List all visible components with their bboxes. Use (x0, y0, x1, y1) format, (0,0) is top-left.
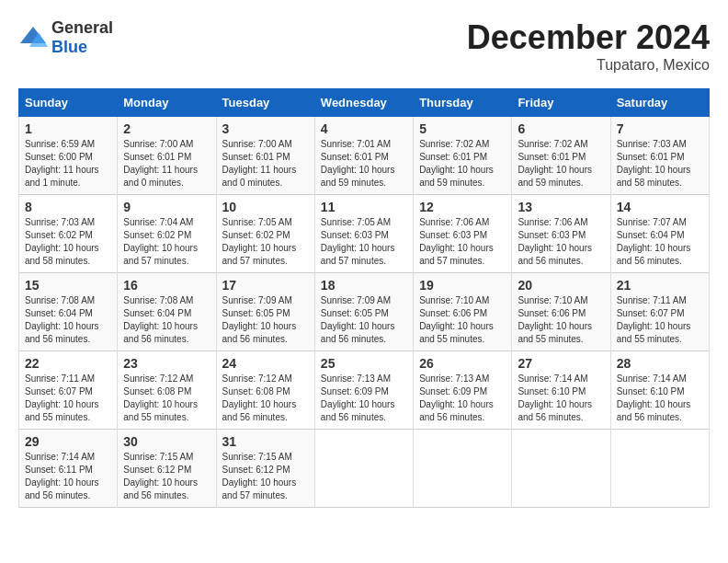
day-cell-11: 11Sunrise: 7:05 AM Sunset: 6:03 PM Dayli… (314, 195, 413, 273)
header-tuesday: Tuesday (216, 89, 314, 117)
month-title: December 2024 (467, 18, 710, 57)
logo-icon (18, 25, 48, 51)
title-area: December 2024 Tupataro, Mexico (467, 18, 710, 74)
day-cell-12: 12Sunrise: 7:06 AM Sunset: 6:03 PM Dayli… (414, 195, 512, 273)
week-row-5: 29Sunrise: 7:14 AM Sunset: 6:11 PM Dayli… (19, 430, 710, 508)
day-cell-19: 19Sunrise: 7:10 AM Sunset: 6:06 PM Dayli… (414, 273, 512, 351)
day-cell-17: 17Sunrise: 7:09 AM Sunset: 6:05 PM Dayli… (216, 273, 314, 351)
empty-cell (610, 430, 709, 508)
week-row-3: 15Sunrise: 7:08 AM Sunset: 6:04 PM Dayli… (19, 273, 710, 351)
page-header: General Blue December 2024 Tupataro, Mex… (18, 18, 710, 74)
calendar-table: SundayMondayTuesdayWednesdayThursdayFrid… (18, 88, 710, 508)
location-title: Tupataro, Mexico (467, 57, 710, 74)
day-cell-14: 14Sunrise: 7:07 AM Sunset: 6:04 PM Dayli… (610, 195, 709, 273)
header-sunday: Sunday (19, 89, 118, 117)
week-row-4: 22Sunrise: 7:11 AM Sunset: 6:07 PM Dayli… (19, 351, 710, 430)
day-cell-26: 26Sunrise: 7:13 AM Sunset: 6:09 PM Dayli… (414, 351, 512, 430)
day-cell-8: 8Sunrise: 7:03 AM Sunset: 6:02 PM Daylig… (19, 195, 118, 273)
header-row: SundayMondayTuesdayWednesdayThursdayFrid… (19, 89, 710, 117)
logo-blue: Blue (51, 38, 87, 56)
day-cell-15: 15Sunrise: 7:08 AM Sunset: 6:04 PM Dayli… (19, 273, 118, 351)
day-cell-10: 10Sunrise: 7:05 AM Sunset: 6:02 PM Dayli… (216, 195, 314, 273)
day-cell-30: 30Sunrise: 7:15 AM Sunset: 6:12 PM Dayli… (118, 430, 216, 508)
empty-cell (314, 430, 413, 508)
day-cell-31: 31Sunrise: 7:15 AM Sunset: 6:12 PM Dayli… (216, 430, 314, 508)
header-monday: Monday (118, 89, 216, 117)
logo: General Blue (18, 18, 113, 57)
day-cell-23: 23Sunrise: 7:12 AM Sunset: 6:08 PM Dayli… (118, 351, 216, 430)
day-cell-18: 18Sunrise: 7:09 AM Sunset: 6:05 PM Dayli… (314, 273, 413, 351)
day-cell-25: 25Sunrise: 7:13 AM Sunset: 6:09 PM Dayli… (314, 351, 413, 430)
day-cell-1: 1Sunrise: 6:59 AM Sunset: 6:00 PM Daylig… (19, 117, 118, 195)
empty-cell (414, 430, 512, 508)
week-row-1: 1Sunrise: 6:59 AM Sunset: 6:00 PM Daylig… (19, 117, 710, 195)
header-friday: Friday (512, 89, 610, 117)
header-thursday: Thursday (414, 89, 512, 117)
day-cell-7: 7Sunrise: 7:03 AM Sunset: 6:01 PM Daylig… (610, 117, 709, 195)
day-cell-21: 21Sunrise: 7:11 AM Sunset: 6:07 PM Dayli… (610, 273, 709, 351)
day-cell-9: 9Sunrise: 7:04 AM Sunset: 6:02 PM Daylig… (118, 195, 216, 273)
week-row-2: 8Sunrise: 7:03 AM Sunset: 6:02 PM Daylig… (19, 195, 710, 273)
day-cell-13: 13Sunrise: 7:06 AM Sunset: 6:03 PM Dayli… (512, 195, 610, 273)
day-cell-16: 16Sunrise: 7:08 AM Sunset: 6:04 PM Dayli… (118, 273, 216, 351)
day-cell-28: 28Sunrise: 7:14 AM Sunset: 6:10 PM Dayli… (610, 351, 709, 430)
day-cell-4: 4Sunrise: 7:01 AM Sunset: 6:01 PM Daylig… (314, 117, 413, 195)
day-cell-24: 24Sunrise: 7:12 AM Sunset: 6:08 PM Dayli… (216, 351, 314, 430)
day-cell-2: 2Sunrise: 7:00 AM Sunset: 6:01 PM Daylig… (118, 117, 216, 195)
day-cell-3: 3Sunrise: 7:00 AM Sunset: 6:01 PM Daylig… (216, 117, 314, 195)
day-cell-27: 27Sunrise: 7:14 AM Sunset: 6:10 PM Dayli… (512, 351, 610, 430)
header-saturday: Saturday (610, 89, 709, 117)
empty-cell (512, 430, 610, 508)
day-cell-5: 5Sunrise: 7:02 AM Sunset: 6:01 PM Daylig… (414, 117, 512, 195)
day-cell-22: 22Sunrise: 7:11 AM Sunset: 6:07 PM Dayli… (19, 351, 118, 430)
day-cell-6: 6Sunrise: 7:02 AM Sunset: 6:01 PM Daylig… (512, 117, 610, 195)
header-wednesday: Wednesday (314, 89, 413, 117)
day-cell-29: 29Sunrise: 7:14 AM Sunset: 6:11 PM Dayli… (19, 430, 118, 508)
logo-general: General (51, 18, 113, 37)
day-cell-20: 20Sunrise: 7:10 AM Sunset: 6:06 PM Dayli… (512, 273, 610, 351)
